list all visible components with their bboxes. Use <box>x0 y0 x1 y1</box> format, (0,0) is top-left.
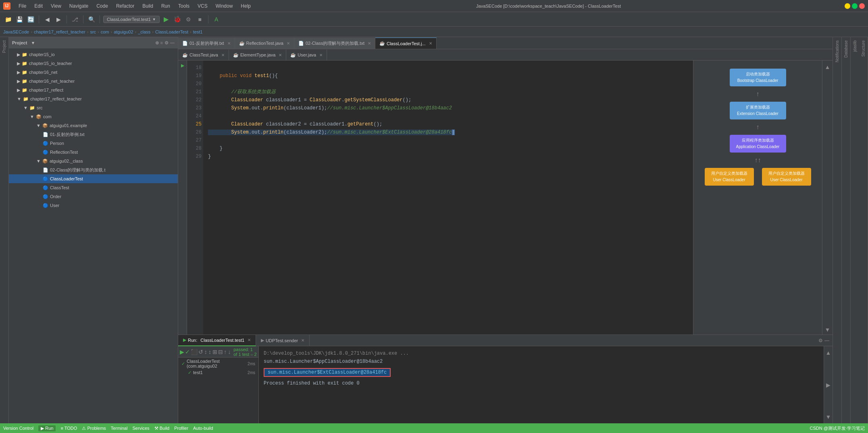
output-down-button[interactable]: ▼ <box>824 412 833 422</box>
expand-button[interactable]: ⊞ <box>212 347 217 357</box>
menu-run[interactable]: Run <box>160 2 172 10</box>
tree-item-02-class[interactable]: 📄 02-Class的理解与类的加载.t <box>9 165 178 174</box>
tree-item-user[interactable]: 🔵 User <box>9 201 178 210</box>
tree-item-01-reflect[interactable]: 📄 01-反射的举例.txt <box>9 130 178 139</box>
tab-reflectiontest[interactable]: ☕ ReflectionTest.java ✕ <box>235 38 294 49</box>
tree-item-atguigu02[interactable]: ▼ 📦 atguigu02._class <box>9 157 178 165</box>
code-editor[interactable]: 18 19 20 21 22 23 24 25 26 27 28 29 publ… <box>187 61 693 335</box>
status-version-control[interactable]: Version Control <box>3 426 33 431</box>
tab-close-icon[interactable]: ✕ <box>221 53 225 57</box>
breadcrumb-item-atguigu02[interactable]: atguigu02 <box>114 29 133 34</box>
tab-close-icon[interactable]: ✕ <box>227 41 231 46</box>
bookmark-button[interactable]: ▶ <box>179 61 187 69</box>
run-play-button[interactable]: ▶ <box>180 347 184 357</box>
tab-close-icon[interactable]: ✕ <box>368 41 371 46</box>
tree-item-order[interactable]: 🔵 Order <box>9 192 178 201</box>
run-config-dropdown[interactable]: ClassLoaderTest.test1 ▼ <box>103 16 160 23</box>
hide-icon[interactable]: — <box>170 40 175 46</box>
tree-item-chapter17-reflect-teacher[interactable]: ▼ 📁 chapter17_reflect_teacher <box>9 94 178 103</box>
tree-item-com[interactable]: ▼ 📦 com <box>9 112 178 121</box>
open-folder-button[interactable]: 📁 <box>3 15 13 24</box>
save-button[interactable]: 💾 <box>15 15 24 24</box>
scroll-down-button[interactable]: ▼ <box>823 325 833 335</box>
tab-classloadertest[interactable]: ☕ ClassLoaderTest.j... ✕ <box>375 38 437 49</box>
sort-desc-button[interactable]: ↕ <box>208 347 211 357</box>
project-label[interactable]: Project <box>2 37 6 56</box>
status-terminal[interactable]: Terminal <box>111 426 128 431</box>
git-button[interactable]: ⎇ <box>70 15 80 24</box>
breadcrumb-item-src[interactable]: src <box>90 29 96 34</box>
back-button[interactable]: ◀ <box>42 15 52 24</box>
collapse-icon[interactable]: ≡ <box>160 40 163 46</box>
tab-class-txt[interactable]: 📄 02-Class的理解与类的加载.txt ✕ <box>294 38 375 49</box>
run-tree-item-test1[interactable]: ✓ test1 2ms <box>178 368 258 377</box>
code-content[interactable]: public void test1(){ //获取系统类加载器 ClassLoa… <box>203 61 693 335</box>
inner-tab-classtest[interactable]: ☕ ClassTest.java ✕ <box>178 50 229 60</box>
breadcrumb-item-project[interactable]: JavaSECode <box>3 29 29 34</box>
menu-code[interactable]: Code <box>95 2 110 10</box>
settings-icon[interactable]: ⚙ <box>164 40 169 46</box>
notifications-label[interactable]: Notifications <box>835 37 839 65</box>
status-services[interactable]: Services <box>132 426 149 431</box>
rerun-button[interactable]: ↺ <box>198 347 203 357</box>
tab-close-icon[interactable]: ✕ <box>248 338 251 342</box>
output-play-button[interactable]: ▶ <box>824 380 833 390</box>
menu-file[interactable]: File <box>17 2 28 10</box>
tree-item-chapter15-io-teacher[interactable]: ▶ 📁 chapter15_io_teacher <box>9 59 178 68</box>
run-tree-item-classloadertest[interactable]: ✓ ClassLoaderTest (com.atguigu02 2ms <box>178 359 258 368</box>
run-with-coverage-button[interactable]: ⚙ <box>184 15 194 24</box>
tab-close-icon[interactable]: ✕ <box>429 41 432 46</box>
scroll-up-button[interactable]: ▲ <box>823 62 833 72</box>
run-check-button[interactable]: ✓ <box>185 347 190 357</box>
maximize-button[interactable] <box>852 3 858 9</box>
breadcrumb-item-com[interactable]: com <box>101 29 109 34</box>
status-problems[interactable]: ⚠ Problems <box>82 426 106 431</box>
breadcrumb-item-test1[interactable]: test1 <box>193 29 203 34</box>
tab-close-icon[interactable]: ✕ <box>287 41 290 46</box>
tree-item-chapter16-net[interactable]: ▶ 📁 chapter16_net <box>9 68 178 77</box>
down-button[interactable]: ↓ <box>228 347 231 357</box>
up-button[interactable]: ↑ <box>224 347 227 357</box>
translate-button[interactable]: A <box>212 15 221 24</box>
minimize-panel-button[interactable]: — <box>824 338 829 343</box>
status-auto-build[interactable]: Auto-build <box>193 426 213 431</box>
status-profiler[interactable]: Profiler <box>174 426 188 431</box>
menu-tools[interactable]: Tools <box>177 2 191 10</box>
inner-tab-user[interactable]: ☕ User.java ✕ <box>286 50 327 60</box>
status-build[interactable]: ⚒ Build <box>154 426 170 431</box>
breadcrumb-item-class[interactable]: _class <box>138 29 150 34</box>
status-todo[interactable]: ≡ TODO <box>60 426 77 431</box>
run-button[interactable]: ▶ <box>161 15 171 24</box>
tree-item-src[interactable]: ▼ 📁 src <box>9 103 178 112</box>
menu-window[interactable]: Window <box>214 2 235 10</box>
collapse-button[interactable]: ⊟ <box>218 347 223 357</box>
menu-edit[interactable]: Edit <box>33 2 44 10</box>
tab-close-icon[interactable]: ✕ <box>301 338 304 343</box>
settings-button[interactable]: ⚙ <box>818 338 823 343</box>
tree-item-atguigu01[interactable]: ▼ 📦 atguigu01.example <box>9 121 178 130</box>
find-button[interactable]: 🔍 <box>87 15 96 24</box>
minimize-button[interactable] <box>845 3 850 9</box>
structure-label[interactable]: Structure <box>861 37 866 60</box>
database-label[interactable]: Database <box>844 37 848 61</box>
sync-button[interactable]: 🔄 <box>26 15 35 24</box>
menu-vcs[interactable]: VCS <box>196 2 209 10</box>
tree-item-classtest[interactable]: 🔵 ClassTest <box>9 183 178 192</box>
locate-icon[interactable]: ⊕ <box>155 40 159 46</box>
menu-build[interactable]: Build <box>141 2 155 10</box>
stop-button[interactable]: ■ <box>195 15 205 24</box>
status-run[interactable]: ▶ Run <box>38 425 56 431</box>
menu-help[interactable]: Help <box>239 2 252 10</box>
run-tab[interactable]: ▶ Run: ClassLoaderTest.test1 ✕ <box>178 335 256 346</box>
breadcrumb-item-module[interactable]: chapter17_reflect_teacher <box>34 29 85 34</box>
udp-tab[interactable]: ▶ UDPTest.sender ✕ <box>256 335 310 346</box>
breadcrumb-item-classloadertest[interactable]: ClassLoaderTest <box>155 29 188 34</box>
jdaslib-label[interactable]: jdaslib <box>853 37 857 55</box>
sort-asc-button[interactable]: ↕ <box>204 347 207 357</box>
tree-item-reflectiontest[interactable]: 🔵 ReflectionTest <box>9 148 178 157</box>
tab-close-icon[interactable]: ✕ <box>319 53 323 57</box>
tree-item-chapter17-reflect[interactable]: ▶ 📁 chapter17_reflect <box>9 86 178 94</box>
forward-button[interactable]: ▶ <box>54 15 63 24</box>
inner-tab-elementtype[interactable]: ☕ ElementType.java ✕ <box>229 50 286 60</box>
tree-item-chapter15-io[interactable]: ▶ 📁 chapter15_io <box>9 50 178 59</box>
